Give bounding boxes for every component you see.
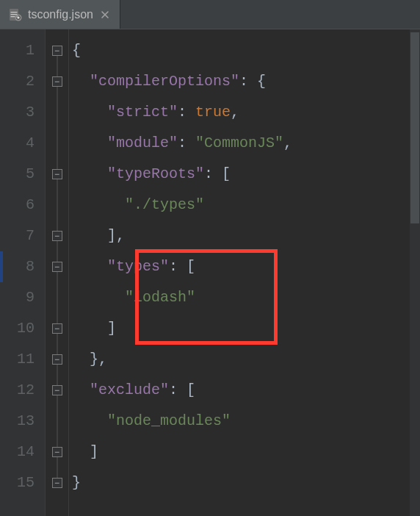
fold-gutter: − − − − − − − − − − <box>46 29 69 516</box>
code-line: }, <box>69 344 420 375</box>
line-number: 3 <box>0 97 45 128</box>
line-number: 9 <box>0 282 45 313</box>
svg-rect-1 <box>11 12 18 12</box>
fold-end-icon[interactable]: − <box>52 354 62 365</box>
line-number: 7 <box>0 221 45 251</box>
line-number: 10 <box>0 313 45 344</box>
code-line: ] <box>69 313 420 344</box>
fold-toggle-icon[interactable]: − <box>52 262 62 272</box>
code-line: "module": "CommonJS", <box>69 128 420 159</box>
code-line: ], <box>69 221 420 251</box>
fold-toggle-icon[interactable]: − <box>52 46 62 56</box>
code-line: "node_modules" <box>69 406 420 437</box>
code-line: "strict": true, <box>69 97 420 128</box>
fold-toggle-icon[interactable]: − <box>52 76 62 87</box>
code-line: ] <box>69 437 420 467</box>
close-icon[interactable] <box>99 9 111 21</box>
fold-end-icon[interactable]: − <box>52 323 62 334</box>
code-line: "lodash" <box>69 282 420 313</box>
svg-rect-3 <box>11 16 15 17</box>
scrollbar-thumb[interactable] <box>410 32 419 223</box>
tab-bar-empty <box>120 0 420 29</box>
line-number: 5 <box>0 159 45 190</box>
fold-end-icon[interactable]: − <box>52 478 62 488</box>
fold-toggle-icon[interactable]: − <box>52 385 62 395</box>
code-line: "./types" <box>69 190 420 221</box>
line-number: 12 <box>0 375 45 406</box>
code-editor[interactable]: 1 2 3 4 5 6 7 8 9 10 11 12 13 14 15 − − … <box>0 29 420 516</box>
code-line: "typeRoots": [ <box>69 159 420 190</box>
line-number: 1 <box>0 35 45 66</box>
code-area[interactable]: { "compilerOptions": { "strict": true, "… <box>69 29 420 516</box>
code-line: "exclude": [ <box>69 375 420 406</box>
fold-toggle-icon[interactable]: − <box>52 169 62 179</box>
fold-end-icon[interactable]: − <box>52 231 62 241</box>
file-tab-tsconfig[interactable]: tsconfig.json <box>0 0 120 29</box>
code-line: } <box>69 467 420 498</box>
line-number: 15 <box>0 467 45 498</box>
svg-point-5 <box>18 16 20 18</box>
line-number-gutter: 1 2 3 4 5 6 7 8 9 10 11 12 13 14 15 <box>0 29 46 516</box>
active-line-marker <box>0 251 3 282</box>
tsconfig-file-icon <box>9 8 22 21</box>
code-line: "types": [ <box>69 251 420 282</box>
tab-bar: tsconfig.json <box>0 0 420 29</box>
line-number: 6 <box>0 190 45 221</box>
scrollbar-track[interactable] <box>410 29 420 516</box>
line-number: 11 <box>0 344 45 375</box>
code-line: "compilerOptions": { <box>69 66 420 97</box>
svg-rect-2 <box>11 14 18 15</box>
line-number: 14 <box>0 437 45 467</box>
file-tab-label: tsconfig.json <box>28 8 93 21</box>
line-number: 4 <box>0 128 45 159</box>
code-line: { <box>69 35 420 66</box>
line-number: 8 <box>0 251 45 282</box>
line-number: 2 <box>0 66 45 97</box>
line-number: 13 <box>0 406 45 437</box>
fold-end-icon[interactable]: − <box>52 447 62 457</box>
